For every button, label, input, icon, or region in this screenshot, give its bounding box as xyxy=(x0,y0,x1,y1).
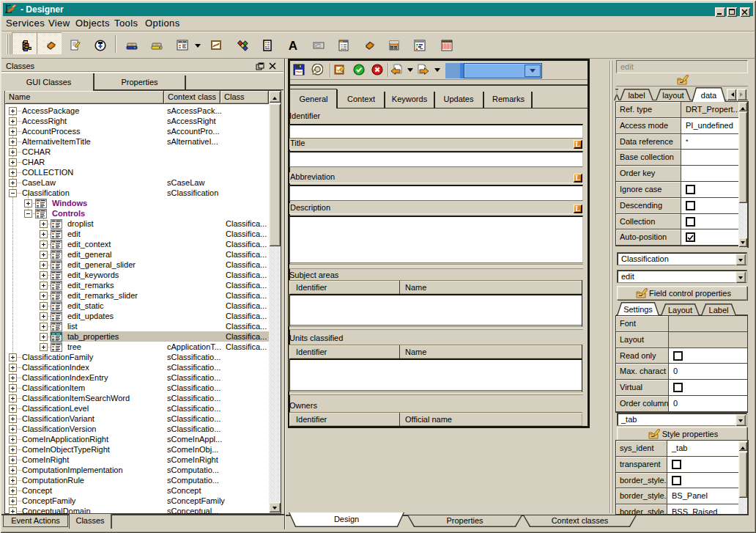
svg-text:A: A xyxy=(289,40,297,51)
